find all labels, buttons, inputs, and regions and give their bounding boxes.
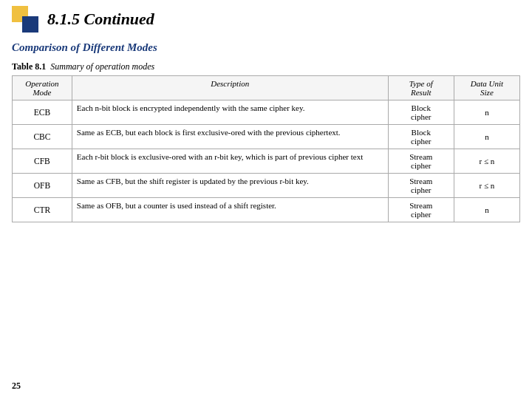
col-header-size: Data UnitSize [454,76,519,100]
table-row: CTRSame as OFB, but a counter is used in… [13,198,520,222]
cell-desc: Same as OFB, but a counter is used inste… [72,198,388,222]
cell-size: n [454,198,519,222]
cell-mode: CBC [13,125,72,149]
table-caption-row: Table 8.1 Summary of operation modes [12,61,520,72]
table-row: CFBEach r-bit block is exclusive-ored wi… [13,149,520,174]
cell-type: Blockcipher [388,100,454,125]
cell-type: Blockcipher [388,125,454,149]
cell-desc: Same as CFB, but the shift register is u… [72,174,388,198]
page-title: 8.1.5 Continued [47,10,154,29]
cell-mode: ECB [13,100,72,125]
header-bar: 8.1.5 Continued [0,0,532,37]
table-caption: Summary of operation modes [50,61,154,72]
table-area: Table 8.1 Summary of operation modes Ope… [0,61,532,222]
col-header-desc: Description [72,76,388,100]
table-label: Table 8.1 [12,61,46,72]
cell-mode: CTR [13,198,72,222]
table-row: OFBSame as CFB, but the shift register i… [13,174,520,198]
modes-table: OperationMode Description Type ofResult … [12,75,520,222]
cell-desc: Each n-bit block is encrypted independen… [72,100,388,125]
cell-size: r ≤ n [454,149,519,174]
cell-size: r ≤ n [454,174,519,198]
cell-size: n [454,125,519,149]
cell-size: n [454,100,519,125]
col-header-mode: OperationMode [13,76,72,100]
table-row: CBCSame as ECB, but each block is first … [13,125,520,149]
cell-desc: Same as ECB, but each block is first exc… [72,125,388,149]
header-accent [12,6,38,33]
cell-mode: OFB [13,174,72,198]
page-number: 25 [12,381,21,392]
cell-type: Streamcipher [388,149,454,174]
cell-mode: CFB [13,149,72,174]
subtitle: Comparison of Different Modes [0,37,532,61]
col-header-type: Type ofResult [388,76,454,100]
table-row: ECBEach n-bit block is encrypted indepen… [13,100,520,125]
cell-type: Streamcipher [388,174,454,198]
table-header-row: OperationMode Description Type ofResult … [13,76,520,100]
cell-desc: Each r-bit block is exclusive-ored with … [72,149,388,174]
accent-bottom [22,16,38,33]
cell-type: Streamcipher [388,198,454,222]
